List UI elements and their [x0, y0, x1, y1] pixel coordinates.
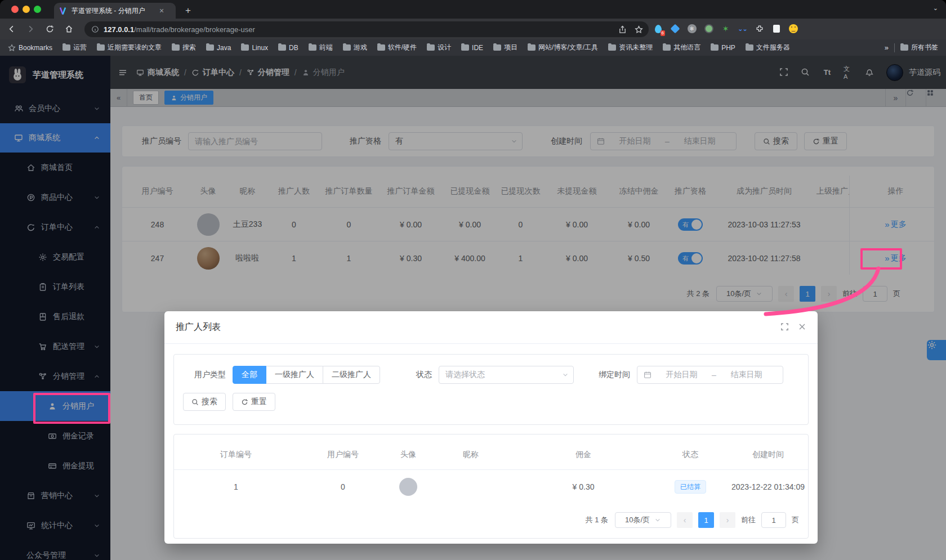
bookmark-folder[interactable]: Linux	[241, 44, 268, 52]
next-page-button[interactable]: ›	[720, 512, 735, 528]
folder-icon	[493, 44, 501, 51]
folder-icon	[663, 44, 671, 51]
commission-cell: ¥ 0.30	[513, 482, 654, 491]
avatar	[399, 478, 417, 496]
column-header: 状态	[654, 450, 727, 460]
avatar-cell	[388, 478, 429, 496]
extension-square-icon[interactable]	[771, 24, 781, 34]
bookmark-folder[interactable]: 资讯未整理	[608, 43, 653, 52]
chevron-down-icon	[654, 517, 661, 523]
user-id-cell: 0	[298, 482, 388, 491]
extension-droplet-icon[interactable]: 6	[653, 24, 663, 34]
bookmark-label: 设计	[438, 43, 451, 52]
reload-icon[interactable]	[42, 21, 57, 37]
bookmark-label: 软件/硬件	[388, 43, 417, 52]
user-type-level2-radio[interactable]: 二级推广人	[323, 366, 380, 384]
folder-icon	[461, 44, 469, 51]
window-zoom-button[interactable]	[34, 6, 41, 13]
window-close-button[interactable]	[11, 6, 19, 13]
order-id-cell: 1	[174, 482, 298, 491]
bookmark-folder[interactable]: 搜索	[172, 43, 196, 52]
goto-page-input[interactable]	[761, 512, 786, 528]
column-header: 佣金	[513, 450, 654, 460]
browser-toolbar: 127.0.0.1/mall/trade/brokerage/brokerage…	[0, 19, 946, 39]
share-icon[interactable]	[618, 25, 627, 34]
tab-search-chevron-icon[interactable]: ⌄	[933, 5, 938, 12]
home-icon[interactable]	[61, 21, 77, 37]
dialog-reset-button[interactable]: 重置	[233, 393, 275, 411]
status-select[interactable]: 请选择状态	[439, 366, 574, 384]
extension-green-star-icon[interactable]: ✶	[721, 24, 730, 34]
user-type-level1-radio[interactable]: 一级推广人	[266, 366, 323, 384]
end-date-placeholder: 结束日期	[730, 370, 762, 380]
bookmark-label: 网站/博客/文章/工具	[538, 43, 598, 52]
extension-green-circle-icon[interactable]	[704, 24, 713, 34]
site-info-icon[interactable]	[91, 25, 99, 33]
promoter-table: 订单编号 用户编号 头像 昵称 佣金 状态 创建时间 1 0 ¥ 0.30	[173, 434, 809, 539]
annotation-box-more-button	[860, 248, 902, 270]
bookmark-folder[interactable]: 前端	[309, 43, 333, 52]
folder-icon	[746, 44, 753, 51]
extension-snowflake-icon[interactable]: ✻	[687, 24, 697, 34]
bookmark-folder[interactable]: 设计	[427, 43, 451, 52]
bookmark-folder[interactable]: PHP	[711, 44, 735, 52]
bookmark-label: Linux	[252, 44, 268, 52]
folder-icon	[206, 44, 214, 51]
bookmark-label: 项目	[504, 43, 517, 52]
dialog-search-button[interactable]: 搜索	[183, 393, 226, 411]
forward-icon[interactable]	[23, 21, 38, 37]
browser-tab[interactable]: 芋道管理系统 - 分销用户 ×	[54, 3, 176, 19]
dialog-filter-bar: 用户类型 全部 一级推广人 二级推广人 状态 请选择状态 绑定时间	[173, 354, 809, 425]
folder-icon	[711, 44, 719, 51]
bookmark-folder[interactable]: 软件/硬件	[377, 43, 417, 52]
extension-gem-icon[interactable]	[670, 24, 680, 34]
folder-icon	[608, 44, 616, 51]
new-tab-button[interactable]: +	[181, 4, 195, 17]
column-header: 昵称	[429, 450, 513, 460]
bookmark-label: IDE	[472, 44, 483, 52]
extensions-puzzle-icon[interactable]	[755, 24, 764, 34]
bookmark-folder[interactable]: 运营	[63, 43, 87, 52]
profile-avatar-icon[interactable]	[788, 24, 798, 34]
bookmark-folder[interactable]: 近期需要读的文章	[97, 43, 162, 52]
bookmark-folder[interactable]: 项目	[493, 43, 517, 52]
folder-icon	[97, 44, 105, 51]
column-header: 订单编号	[174, 450, 298, 460]
bookmarks-overflow-icon[interactable]: »	[885, 43, 889, 52]
all-bookmarks-folder[interactable]: 所有书签	[900, 43, 938, 52]
bookmark-folder[interactable]: 其他语言	[663, 43, 700, 52]
extension-badge: 6	[661, 30, 665, 36]
prev-page-button[interactable]: ‹	[677, 512, 693, 528]
bookmark-star-icon[interactable]	[635, 25, 643, 34]
back-icon[interactable]	[3, 21, 19, 37]
window-minimize-button[interactable]	[23, 6, 30, 13]
page-size-select[interactable]: 10条/页	[615, 512, 671, 528]
bookmark-folder[interactable]: 文件服务器	[746, 43, 790, 52]
bookmark-folder[interactable]: 游戏	[343, 43, 367, 52]
browser-tab-strip: 芋道管理系统 - 分销用户 × + ⌄	[0, 0, 946, 19]
bookmark-label: 近期需要读的文章	[108, 43, 162, 52]
dialog-close-icon[interactable]	[798, 322, 806, 331]
address-bar[interactable]: 127.0.0.1/mall/trade/brokerage/brokerage…	[84, 21, 649, 37]
dialog-fullscreen-icon[interactable]	[780, 322, 789, 331]
bookmark-folder[interactable]: 网站/博客/文章/工具	[528, 43, 598, 52]
bind-time-range-picker[interactable]: 开始日期 – 结束日期	[637, 366, 783, 384]
dialog-header: 推广人列表	[164, 311, 818, 344]
date-range-separator: –	[712, 370, 716, 379]
status-badge: 已结算	[675, 480, 706, 494]
column-header: 创建时间	[727, 450, 809, 460]
folder-icon	[528, 44, 536, 51]
bookmark-label: 前端	[319, 43, 333, 52]
extension-chevrons-icon[interactable]: ⌄⌄	[738, 24, 747, 34]
bookmark-folder[interactable]: IDE	[461, 44, 483, 52]
page-unit-label: 页	[792, 515, 799, 525]
column-header: 头像	[388, 450, 429, 460]
bookmark-folder[interactable]: DB	[278, 44, 298, 52]
user-type-all-radio[interactable]: 全部	[233, 366, 266, 384]
bookmarks-root[interactable]: Bookmarks	[8, 44, 52, 52]
bookmark-folder[interactable]: Java	[206, 44, 231, 52]
tab-close-icon[interactable]: ×	[159, 6, 164, 15]
status-label: 状态	[416, 370, 432, 380]
refresh-icon	[241, 398, 248, 406]
current-page-button[interactable]: 1	[698, 512, 714, 528]
